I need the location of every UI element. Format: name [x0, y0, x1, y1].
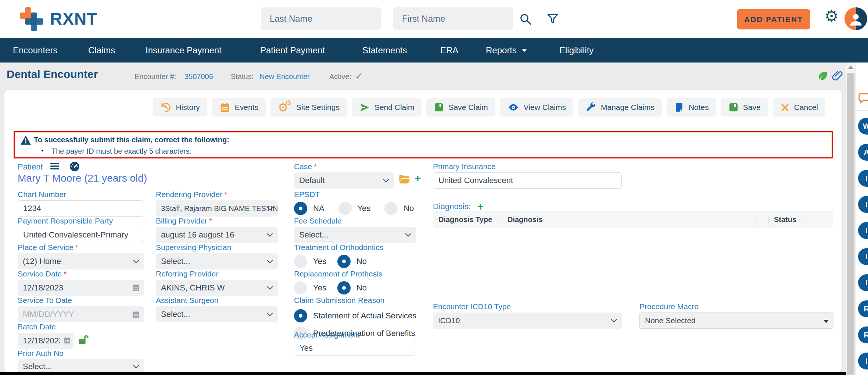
supervising-physician-select[interactable]: Select...	[156, 253, 278, 269]
diagnosis-section-label: Diagnosis: +	[433, 201, 484, 212]
history-button[interactable]: History	[153, 98, 207, 117]
service-to-date-field: Service To Date	[18, 296, 144, 322]
save-button[interactable]: Save	[721, 98, 768, 117]
radio-label: Statement of Actual Services	[313, 311, 416, 321]
vertical-scrollbar[interactable]	[846, 63, 856, 375]
prothesis-yes-radio[interactable]	[294, 281, 307, 294]
encounter-number[interactable]: 3507006	[184, 72, 213, 81]
nav-patient-payment[interactable]: Patient Payment	[260, 38, 325, 63]
statement-of-actual-services-radio[interactable]	[294, 309, 307, 322]
scrollbar-thumb[interactable]	[847, 73, 854, 375]
site-settings-button[interactable]: ⚙⚙ Site Settings	[270, 98, 347, 117]
unlock-icon[interactable]	[77, 334, 90, 348]
orthodontics-yes-radio[interactable]	[294, 255, 307, 268]
chevron-down-icon	[383, 179, 389, 183]
add-patient-button[interactable]: ADD PATIENT	[737, 9, 810, 29]
epsdt-no-radio[interactable]	[384, 202, 398, 215]
field-label: Procedure Macro	[639, 302, 833, 312]
bottom-edge	[0, 372, 846, 375]
chart-number-field: Chart Number	[18, 190, 144, 217]
save-claim-button[interactable]: Save Claim	[426, 98, 495, 117]
warning-icon	[21, 135, 31, 146]
rail-badge[interactable]: I	[858, 274, 868, 291]
referring-provider-field: Referring Provider AKINS, CHRIS W	[156, 269, 278, 296]
open-folder-icon[interactable]	[398, 174, 411, 186]
field-label: Service Date*	[18, 269, 144, 279]
hamburger-menu-icon[interactable]	[49, 161, 60, 173]
nav-reports[interactable]: Reports	[486, 38, 527, 63]
primary-insurance-field: Primary Insurance	[433, 162, 622, 189]
notes-button[interactable]: Notes	[667, 98, 716, 117]
payment-responsible-party-input[interactable]	[18, 227, 144, 243]
rail-badge[interactable]: W	[858, 118, 868, 135]
service-to-date-input[interactable]	[18, 306, 144, 322]
status-label: Status:	[231, 72, 254, 81]
rail-badge[interactable]: I	[858, 353, 868, 369]
fee-schedule-select[interactable]: Select...	[294, 227, 416, 243]
last-name-input[interactable]	[261, 7, 381, 30]
send-claim-button[interactable]: Send Claim	[352, 98, 422, 117]
rail-badge[interactable]: I	[858, 222, 868, 239]
view-claims-button[interactable]: View Claims	[500, 98, 573, 117]
payment-responsible-party-field: Payment Responsible Party	[18, 217, 144, 243]
paperclip-icon[interactable]	[831, 70, 843, 83]
service-date-input[interactable]	[18, 280, 144, 296]
field-label: Rendering Provider*	[156, 190, 278, 200]
scroll-up-arrow[interactable]	[848, 65, 854, 69]
leaf-icon[interactable]	[817, 70, 828, 83]
button-label: Manage Claims	[601, 103, 654, 112]
prior-auth-no-select[interactable]: Select...	[18, 359, 144, 374]
epsdt-na-radio[interactable]	[294, 202, 307, 215]
billing-provider-select[interactable]: august 16 august 16	[156, 227, 278, 243]
chat-bubble-icon[interactable]	[857, 91, 868, 107]
nav-insurance-payment[interactable]: Insurance Payment	[146, 38, 222, 63]
rendering-provider-select[interactable]: 3Staff, Rajaram BIG NAME TESTING	[156, 200, 278, 217]
dental-encounter-screen: RXNT ADD PATIENT ⚙ Encounters Claims Ins…	[0, 0, 868, 375]
nav-statements[interactable]: Statements	[362, 38, 407, 63]
accept-assignment-input[interactable]	[294, 341, 416, 356]
orthodontics-no-radio[interactable]	[337, 255, 351, 268]
rail-badge[interactable]: I	[858, 196, 868, 213]
nav-eligibility[interactable]: Eligibility	[559, 38, 593, 63]
place-of-service-select[interactable]: (12) Home	[18, 253, 144, 269]
rxnt-logo[interactable]: RXNT	[19, 6, 97, 32]
nav-encounters[interactable]: Encounters	[13, 38, 57, 63]
procedure-macro-select[interactable]: None Selected	[639, 312, 833, 329]
field-label: Supervising Physician	[156, 243, 278, 253]
filter-icon[interactable]	[546, 12, 559, 27]
rail-badge[interactable]: R	[858, 326, 868, 343]
first-name-input[interactable]	[393, 7, 513, 30]
case-select[interactable]: Default	[294, 172, 394, 189]
radio-label: Yes	[358, 204, 371, 213]
button-label: View Claims	[524, 103, 566, 112]
chart-number-input[interactable]	[18, 200, 144, 217]
primary-insurance-input[interactable]	[433, 172, 622, 189]
rail-badge[interactable]: R	[858, 300, 868, 317]
encounter-icd10-type-select[interactable]: ICD10	[433, 312, 622, 329]
epsdt-yes-radio[interactable]	[338, 202, 352, 215]
search-icon[interactable]	[519, 12, 532, 27]
bullet-dot: •	[41, 147, 43, 155]
nav-era[interactable]: ERA	[440, 38, 458, 63]
user-avatar[interactable]	[844, 7, 867, 30]
rail-badge[interactable]: I	[858, 170, 868, 187]
patient-label: Patient	[18, 162, 43, 172]
dashboard-gauge-icon[interactable]	[69, 161, 80, 174]
events-button[interactable]: Events	[212, 98, 266, 117]
empty-header	[743, 215, 756, 225]
encounter-form-card: History Events ⚙⚙ Site Settings Send Cla…	[4, 90, 842, 372]
referring-provider-select[interactable]: AKINS, CHRIS W	[156, 280, 278, 296]
batch-date-input[interactable]	[18, 333, 73, 349]
nav-claims[interactable]: Claims	[88, 38, 115, 63]
add-case-icon[interactable]: +	[415, 173, 421, 184]
assistant-surgeon-select[interactable]: Select...	[156, 306, 278, 322]
cancel-button[interactable]: Cancel	[773, 98, 825, 117]
button-label: History	[176, 103, 200, 112]
prothesis-no-radio[interactable]	[337, 281, 351, 294]
patient-name[interactable]: Mary T Moore (21 years old)	[18, 172, 147, 184]
button-label: Send Claim	[374, 103, 415, 112]
settings-gear-icon[interactable]: ⚙	[824, 8, 839, 24]
manage-claims-button[interactable]: Manage Claims	[578, 98, 662, 117]
rail-badge[interactable]: I	[858, 248, 868, 265]
rail-badge[interactable]: A	[858, 144, 868, 161]
